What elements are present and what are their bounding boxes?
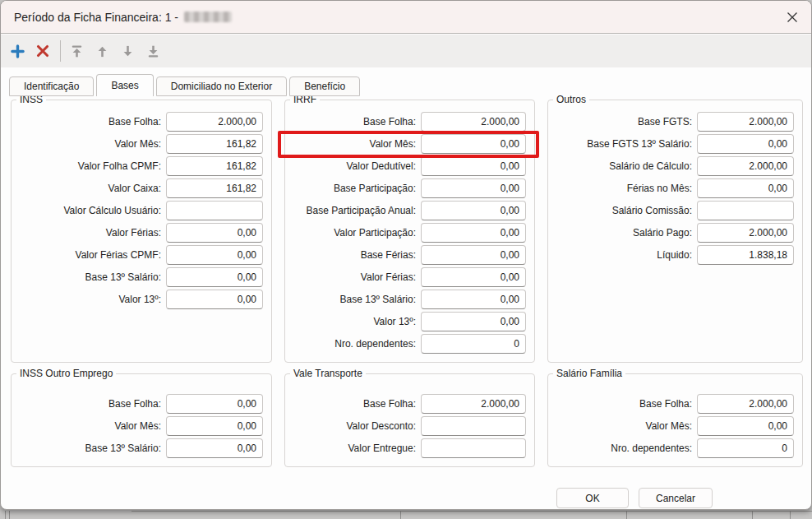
field-label: Valor Dedutível: <box>292 160 421 172</box>
field-input-valor-mes[interactable] <box>697 416 794 436</box>
field-label: Nro. dependentes: <box>555 443 697 454</box>
tab-identificacao[interactable]: Identificação <box>9 76 94 96</box>
field-input-base-ferias[interactable] <box>421 245 526 265</box>
field-input-liquido[interactable] <box>697 245 794 265</box>
field-input-base-fgts[interactable] <box>697 112 794 132</box>
field-label: Valor 13º: <box>292 316 421 327</box>
field-input-base-13-salario[interactable] <box>166 438 263 458</box>
tab-beneficio[interactable]: Benefício <box>289 76 360 96</box>
field-input-valor-folha-cpmf[interactable] <box>166 156 263 176</box>
field-label: Nro. dependentes: <box>292 338 421 350</box>
period-ficha-financeira-dialog: Período da Ficha Financeira: 1 - <box>0 0 812 510</box>
cancel-button[interactable]: Cancelar <box>639 488 713 508</box>
field-input-valor-mes[interactable] <box>166 416 263 436</box>
field-row-valor-calculo-usuario: Valor Cálculo Usuário: <box>18 201 263 220</box>
field-row-valor-ferias-cpmf: Valor Férias CPMF: <box>18 245 263 265</box>
field-input-valor-entregue[interactable] <box>421 438 526 458</box>
field-input-ferias-no-mes[interactable] <box>697 178 794 198</box>
field-label: Base Folha: <box>292 398 421 410</box>
field-row-salario-comissao: Salário Comissão: <box>555 201 794 220</box>
toolbar-separator <box>60 40 61 62</box>
field-input-valor-dedutivel[interactable] <box>421 156 526 176</box>
field-input-valor-desconto[interactable] <box>421 416 526 436</box>
field-label: Valor Caixa: <box>18 183 166 194</box>
field-input-salario-de-calculo[interactable] <box>697 156 794 176</box>
field-input-valor-calculo-usuario[interactable] <box>166 201 263 220</box>
field-input-salario-comissao[interactable] <box>697 201 794 220</box>
field-row-nro-dependentes: Nro. dependentes: <box>292 334 526 354</box>
field-row-valor-entregue: Valor Entregue: <box>292 438 526 458</box>
ok-button[interactable]: OK <box>556 488 629 508</box>
move-first-button[interactable] <box>67 40 86 62</box>
field-row-valor-ferias: Valor Férias: <box>18 223 263 243</box>
field-input-base-folha[interactable] <box>697 394 794 414</box>
move-down-button[interactable] <box>118 40 137 62</box>
field-label: Valor Mês: <box>292 138 421 150</box>
delete-button[interactable] <box>33 40 53 62</box>
field-input-base-13-salario[interactable] <box>421 290 526 309</box>
field-input-valor-mes[interactable] <box>166 134 263 154</box>
field-label: Base FGTS 13º Salário: <box>555 138 697 150</box>
field-row-base-participacao-anual: Base Participação Anual: <box>292 201 526 220</box>
field-row-salario-de-calculo: Salário de Cálculo: <box>555 156 794 176</box>
arrow-up-bar-icon <box>70 44 84 58</box>
field-input-base-folha[interactable] <box>166 394 263 414</box>
field-row-base-13-salario: Base 13º Salário: <box>18 438 263 458</box>
add-button[interactable] <box>7 40 27 62</box>
field-row-valor-caixa: Valor Caixa: <box>18 178 263 198</box>
field-input-base-folha[interactable] <box>421 394 526 414</box>
field-label: Base Folha: <box>292 116 421 127</box>
group-inss-outro-emprego: INSS Outro EmpregoBase Folha:Valor Mês:B… <box>11 368 272 467</box>
field-input-base-fgts-13-salario[interactable] <box>697 134 794 154</box>
field-input-valor-13[interactable] <box>166 290 263 309</box>
field-label: Base Participação Anual: <box>292 205 421 216</box>
field-label: Base 13º Salário: <box>18 271 166 283</box>
field-input-base-folha[interactable] <box>421 112 526 132</box>
field-label: Valor Desconto: <box>292 420 421 432</box>
field-label: Base Folha: <box>18 398 166 410</box>
field-label: Salário Pago: <box>555 227 697 239</box>
group-vale-transporte: Vale TransporteBase Folha:Valor Desconto… <box>284 368 535 467</box>
field-label: Valor Cálculo Usuário: <box>18 205 166 216</box>
field-label: Base Folha: <box>18 116 166 127</box>
move-up-button[interactable] <box>92 40 112 62</box>
field-input-base-folha[interactable] <box>166 112 263 132</box>
tab-bases[interactable]: Bases <box>96 74 153 96</box>
field-label: Valor 13º: <box>18 294 166 305</box>
field-label: Salário Comissão: <box>555 205 697 216</box>
field-input-valor-ferias[interactable] <box>166 223 263 243</box>
field-input-base-participacao[interactable] <box>421 178 526 198</box>
field-row-nro-dependentes: Nro. dependentes: <box>555 438 794 458</box>
tab-domiciliado-no-exterior[interactable]: Domiciliado no Exterior <box>156 76 287 96</box>
field-row-base-ferias: Base Férias: <box>292 245 526 265</box>
field-label: Valor Férias: <box>18 227 166 239</box>
field-row-base-13-salario: Base 13º Salário: <box>292 290 526 309</box>
field-label: Valor Entregue: <box>292 443 421 454</box>
field-input-base-participacao-anual[interactable] <box>421 201 526 220</box>
plus-icon <box>11 44 25 58</box>
field-input-base-13-salario[interactable] <box>166 267 263 287</box>
field-input-valor-participacao[interactable] <box>421 223 526 243</box>
field-input-salario-pago[interactable] <box>697 223 794 243</box>
field-input-valor-mes[interactable] <box>421 134 526 154</box>
field-row-valor-mes: Valor Mês: <box>18 416 263 436</box>
field-row-valor-folha-cpmf: Valor Folha CPMF: <box>18 156 263 176</box>
field-input-nro-dependentes[interactable] <box>697 438 794 458</box>
field-row-valor-dedutivel: Valor Dedutível: <box>292 156 526 176</box>
field-label: Base 13º Salário: <box>18 443 166 454</box>
move-last-button[interactable] <box>143 40 163 62</box>
group-salario-familia: Salário FamíliaBase Folha:Valor Mês:Nro.… <box>547 368 803 467</box>
field-row-valor-mes: Valor Mês: <box>292 134 526 154</box>
field-label: Base Férias: <box>292 249 421 261</box>
field-label: Valor Férias: <box>292 271 421 283</box>
close-button[interactable] <box>773 1 811 33</box>
field-input-valor-caixa[interactable] <box>166 178 263 198</box>
field-input-valor-ferias-cpmf[interactable] <box>166 245 263 265</box>
field-input-nro-dependentes[interactable] <box>421 334 526 354</box>
field-input-valor-13[interactable] <box>421 312 526 331</box>
group-outros: OutrosBase FGTS:Base FGTS 13º Salário:Sa… <box>547 94 803 363</box>
group-title: Salário Família <box>553 368 625 379</box>
group-irrf: IRRFBase Folha:Valor Mês:Valor Dedutível… <box>284 94 535 363</box>
group-inss: INSSBase Folha:Valor Mês:Valor Folha CPM… <box>11 94 272 363</box>
field-input-valor-ferias[interactable] <box>421 267 526 287</box>
